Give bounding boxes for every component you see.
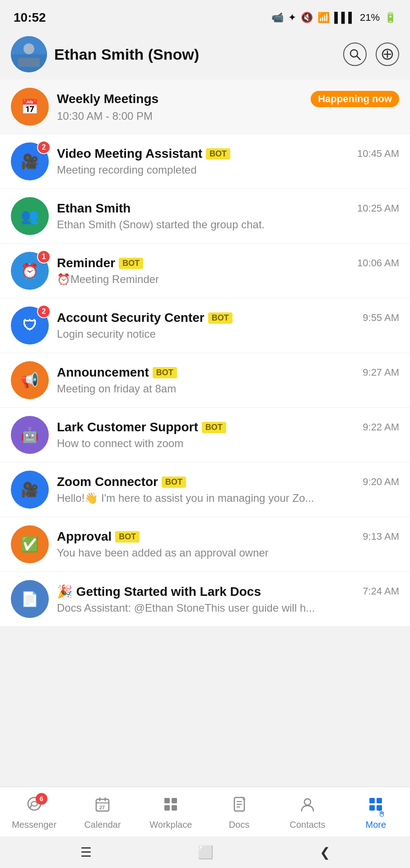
nav-label-messenger: Messenger — [12, 820, 56, 830]
wifi-icon: 📶 — [317, 12, 330, 24]
svg-rect-17 — [164, 798, 170, 803]
chat-name-lark-customer-support: Lark Customer Support — [57, 420, 198, 434]
chat-time-approval: 9:13 AM — [363, 531, 399, 542]
name-group-ethan-smith: Ethan Smith — [57, 201, 130, 216]
chat-name-reminder: Reminder — [57, 256, 115, 270]
chat-avatar-weekly-meetings: 📅 — [11, 88, 49, 126]
chat-name-row-approval: ApprovalBOT9:13 AM — [57, 529, 399, 544]
chat-item-weekly-meetings[interactable]: 📅Weekly MeetingsHappening now10:30 AM - … — [0, 80, 410, 134]
nav-icon-messenger: 6 — [26, 796, 43, 817]
status-time: 10:52 — [14, 10, 46, 25]
name-group-lark-customer-support: Lark Customer SupportBOT — [57, 420, 226, 434]
chat-content-reminder: ReminderBOT10:06 AM⏰Meeting Reminder — [57, 256, 399, 286]
avatar-wrap-weekly-meetings: 📅 — [11, 88, 49, 126]
nav-label-contacts: Contacts — [290, 820, 326, 830]
bot-badge-account-security-center: BOT — [208, 312, 233, 324]
svg-rect-19 — [164, 805, 170, 811]
name-group-video-meeting-assistant: Video Meeting AssistantBOT — [57, 146, 230, 161]
chat-name-ethan-smith: Ethan Smith — [57, 201, 130, 216]
chat-time-video-meeting-assistant: 10:45 AM — [357, 148, 399, 160]
nav-item-calendar[interactable]: 27Calendar — [80, 796, 125, 830]
nav-item-more[interactable]: 🖱More — [353, 796, 398, 830]
chat-preview-lark-customer-support: How to connect with zoom — [57, 437, 399, 450]
chat-name-row-getting-started-lark-docs: 🎉 Getting Started with Lark Docs7:24 AM — [57, 584, 399, 599]
svg-text:27: 27 — [99, 805, 105, 810]
chat-time-getting-started-lark-docs: 7:24 AM — [363, 585, 399, 597]
chat-content-video-meeting-assistant: Video Meeting AssistantBOT10:45 AMMeetin… — [57, 146, 399, 176]
status-icons: 📹 ✦ 🔇 📶 ▌▌▌ 21% 🔋 — [271, 12, 396, 24]
name-group-reminder: ReminderBOT — [57, 256, 143, 270]
header: Ethan Smith (Snow) — [0, 32, 410, 79]
unread-badge-account-security-center: 2 — [37, 305, 51, 318]
chat-preview-zoom-connector: Hello!👋 I'm here to assist you in managi… — [57, 492, 399, 505]
chat-item-zoom-connector[interactable]: 🎥Zoom ConnectorBOT9:20 AMHello!👋 I'm her… — [0, 462, 410, 517]
signal-icon: ▌▌▌ — [334, 12, 355, 24]
search-button[interactable] — [343, 42, 367, 66]
chat-time-account-security-center: 9:55 AM — [363, 312, 399, 324]
chat-time-announcement: 9:27 AM — [363, 367, 399, 378]
nav-item-docs[interactable]: Docs — [217, 796, 262, 830]
chat-avatar-getting-started-lark-docs: 📄 — [11, 580, 49, 618]
chat-item-video-meeting-assistant[interactable]: 🎥2Video Meeting AssistantBOT10:45 AMMeet… — [0, 134, 410, 189]
system-bar: ☰ ⬜ ❮ — [0, 836, 410, 868]
svg-point-25 — [304, 799, 311, 805]
chat-item-reminder[interactable]: ⏰1ReminderBOT10:06 AM⏰Meeting Reminder — [0, 244, 410, 298]
chat-name-announcement: Announcement — [57, 365, 149, 380]
bot-badge-reminder: BOT — [119, 258, 143, 269]
chat-preview-approval: You have been added as an approval owner — [57, 547, 399, 559]
svg-point-2 — [23, 43, 34, 54]
avatar[interactable] — [11, 36, 47, 72]
name-group-weekly-meetings: Weekly Meetings — [57, 92, 158, 106]
chat-preview-getting-started-lark-docs: Docs Assistant: @Ethan StoneThis user gu… — [57, 602, 399, 614]
chat-preview-account-security-center: Login security notice — [57, 328, 399, 340]
avatar-wrap-reminder: ⏰1 — [11, 252, 49, 290]
chat-item-ethan-smith[interactable]: 👥Ethan Smith10:25 AMEthan Smith (Snow) s… — [0, 189, 410, 244]
chat-content-account-security-center: Account Security CenterBOT9:55 AMLogin s… — [57, 311, 399, 340]
chat-name-row-account-security-center: Account Security CenterBOT9:55 AM — [57, 311, 399, 325]
chat-item-lark-customer-support[interactable]: 🤖Lark Customer SupportBOT9:22 AMHow to c… — [0, 408, 410, 462]
bot-badge-video-meeting-assistant: BOT — [206, 148, 230, 160]
chat-avatar-lark-customer-support: 🤖 — [11, 416, 49, 454]
chat-name-row-lark-customer-support: Lark Customer SupportBOT9:22 AM — [57, 420, 399, 434]
nav-badge-messenger: 6 — [36, 793, 47, 805]
nav-item-workplace[interactable]: Workplace — [148, 796, 193, 830]
add-button[interactable] — [376, 42, 399, 66]
svg-rect-18 — [172, 798, 177, 803]
chat-item-announcement[interactable]: 📢AnnouncementBOT9:27 AMMeeting on friday… — [0, 353, 410, 408]
menu-system-icon[interactable]: ☰ — [80, 845, 92, 860]
chat-name-account-security-center: Account Security Center — [57, 311, 205, 325]
chat-time-ethan-smith: 10:25 AM — [357, 203, 399, 214]
chat-item-approval[interactable]: ✅ApprovalBOT9:13 AMYou have been added a… — [0, 517, 410, 572]
chat-preview-announcement: Meeting on friday at 8am — [57, 382, 399, 395]
chat-content-zoom-connector: Zoom ConnectorBOT9:20 AMHello!👋 I'm here… — [57, 475, 399, 505]
svg-rect-20 — [172, 805, 177, 811]
header-actions — [343, 42, 399, 66]
back-system-icon[interactable]: ❮ — [320, 845, 330, 860]
home-system-icon[interactable]: ⬜ — [198, 845, 214, 860]
nav-item-contacts[interactable]: Contacts — [285, 796, 330, 830]
unread-badge-video-meeting-assistant: 2 — [37, 141, 51, 154]
avatar-wrap-getting-started-lark-docs: 📄 — [11, 580, 49, 618]
add-icon — [382, 48, 393, 60]
battery-text: 21% — [360, 12, 380, 24]
nav-icon-more: 🖱 — [367, 796, 384, 817]
bottom-nav: 6Messenger27CalendarWorkplaceDocsContact… — [0, 787, 410, 836]
chat-item-account-security-center[interactable]: 🛡2Account Security CenterBOT9:55 AMLogin… — [0, 298, 410, 353]
avatar-svg — [11, 36, 47, 72]
chat-preview-video-meeting-assistant: Meeting recording completed — [57, 164, 399, 176]
nav-item-messenger[interactable]: 6Messenger — [12, 796, 57, 830]
nav-icon-workplace — [162, 796, 179, 817]
bot-badge-approval: BOT — [115, 531, 140, 542]
chat-preview-ethan-smith: Ethan Smith (Snow) started the group cha… — [57, 218, 399, 231]
chat-item-getting-started-lark-docs[interactable]: 📄🎉 Getting Started with Lark Docs7:24 AM… — [0, 572, 410, 627]
chat-name-weekly-meetings: Weekly Meetings — [57, 92, 158, 106]
chat-name-zoom-connector: Zoom Connector — [57, 475, 158, 489]
camera-icon: 📹 — [271, 12, 284, 24]
chat-avatar-announcement: 📢 — [11, 361, 49, 399]
chat-avatar-zoom-connector: 🎥 — [11, 471, 49, 509]
chat-content-announcement: AnnouncementBOT9:27 AMMeeting on friday … — [57, 365, 399, 395]
page-title: Ethan Smith (Snow) — [54, 46, 336, 63]
svg-rect-26 — [369, 798, 375, 803]
battery-icon: 🔋 — [384, 12, 396, 24]
nav-label-calendar: Calendar — [84, 820, 121, 830]
